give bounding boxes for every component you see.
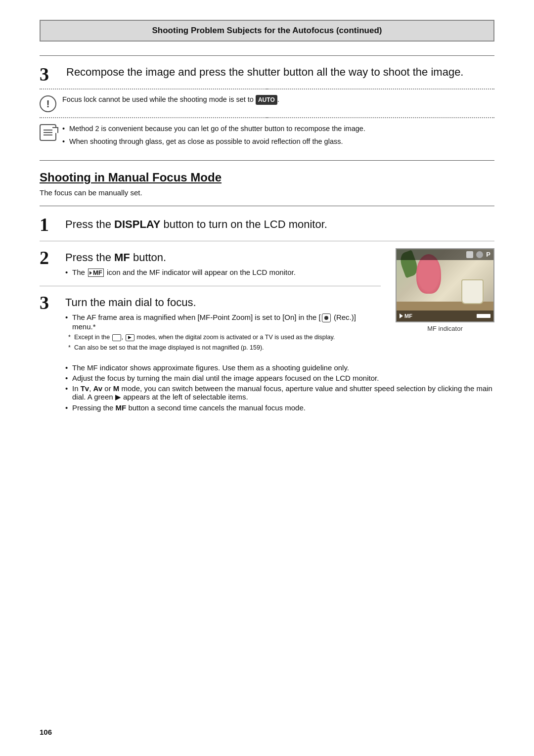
cam-botbar: MF — [397, 311, 493, 321]
mf-bullet-adjust: Adjust the focus by turning the main dia… — [65, 374, 494, 382]
mode-sq-icon-1 — [112, 334, 121, 341]
mf-bullet-tv-av: In Tv, Av or M mode, you can switch betw… — [65, 384, 494, 401]
cam-mug-shape — [461, 279, 484, 304]
memo-item-1: Method 2 is convenient because you can l… — [62, 123, 365, 134]
mf-step-3-bullets: The AF frame area is magnified when [MF-… — [65, 313, 381, 331]
notice-text: Focus lock cannot be used while the shoo… — [62, 94, 494, 105]
mf-step-2-left: 2 Press the MF button. The MF icon and t… — [40, 248, 381, 359]
mf-step-2-heading: Press the MF button. — [65, 250, 381, 265]
cam-arrow-icon — [400, 313, 403, 318]
cam-mf-text: MF — [404, 313, 412, 319]
dotted-separator-bottom — [40, 117, 494, 118]
mf-step-3-content: Turn the main dial to focus. The AF fram… — [65, 293, 381, 354]
mf-bullet-mfindicator: The MF indicator shows approximate figur… — [65, 363, 494, 372]
dotted-separator-top — [40, 89, 494, 89]
mf-step-num-2: 2 — [40, 248, 57, 267]
section-desc: The focus can be manually set. — [40, 188, 494, 197]
memo-icon — [40, 124, 56, 141]
mf-step-2-bullet-1: The MF icon and the MF indicator will ap… — [65, 268, 381, 277]
cam-icon-sq — [466, 251, 473, 258]
mf-step-1-heading: Press the DISPLAY button to turn on the … — [65, 217, 494, 232]
camera-lcd-image: P MF — [396, 248, 494, 322]
small-note-1: Except in the , ▶ modes, when the digita… — [65, 333, 381, 342]
rec-dot — [324, 316, 328, 320]
mf-step-2: 2 Press the MF button. The MF icon and t… — [40, 248, 381, 279]
small-note-2: Can also be set so that the image displa… — [65, 343, 381, 352]
rec-icon — [322, 313, 331, 322]
header-box: Shooting Problem Subjects for the Autofo… — [40, 20, 494, 42]
header-title: Shooting Problem Subjects for the Autofo… — [52, 26, 482, 36]
mf-bullet-cancel: Pressing the MF button a second time can… — [65, 403, 494, 412]
cam-p-label: P — [486, 251, 490, 258]
camera-image-container: P MF MF indicator — [396, 248, 494, 332]
mf-press-bold: MF — [116, 403, 127, 412]
mf-step-3-remaining-bullets: The MF indicator shows approximate figur… — [65, 363, 494, 412]
step-3-recompose: 3 Recompose the image and press the shut… — [40, 65, 494, 84]
mf-step-1-display-bold: DISPLAY — [114, 218, 160, 230]
mf-step-2-row: 2 Press the MF button. The MF icon and t… — [40, 248, 494, 359]
tv-bold: Tv — [81, 384, 89, 393]
mf-step-3: 3 Turn the main dial to focus. The AF fr… — [40, 293, 381, 354]
mf-step-num-1: 1 — [40, 215, 57, 234]
mf-bullet-mfpoint: The AF frame area is magnified when [MF-… — [65, 313, 381, 331]
memo-text: Method 2 is convenient because you can l… — [62, 123, 365, 149]
cam-mf-icon: MF — [400, 313, 412, 319]
memo-list: Method 2 is convenient because you can l… — [62, 123, 365, 147]
memo-item-2: When shooting through glass, get as clos… — [62, 136, 365, 147]
mf-step-1: 1 Press the DISPLAY button to turn on th… — [40, 215, 494, 234]
page-number: 106 — [40, 728, 52, 736]
notice-icon: ! — [40, 95, 56, 112]
auto-badge: AUTO — [256, 95, 277, 105]
mf-step-num-3: 3 — [40, 293, 57, 312]
mf-step-3-heading: Turn the main dial to focus. — [65, 295, 381, 310]
m-bold: M — [113, 384, 120, 393]
step-number-3-recompose: 3 — [40, 65, 57, 84]
av-bold: Av — [93, 384, 103, 393]
mf-bold-mf: MF — [114, 251, 130, 264]
section-heading: Shooting in Manual Focus Mode — [40, 171, 494, 184]
mf-step-2-content: Press the MF button. The MF icon and the… — [65, 248, 381, 279]
cam-mf-bar — [477, 314, 490, 318]
mf-step-2-bullets: The MF icon and the MF indicator will ap… — [65, 268, 381, 277]
mf-arrow-icon — [89, 271, 92, 275]
mf-inline-icon: MF — [88, 268, 104, 277]
cam-flower-shape — [416, 254, 441, 294]
cam-icon-circ — [476, 251, 483, 258]
step-3-heading: Recompose the image and press the shutte… — [66, 65, 494, 80]
mode-sq-icon-2: ▶ — [126, 334, 134, 341]
camera-image-inner: P MF — [397, 249, 493, 321]
mf-step-1-content: Press the DISPLAY button to turn on the … — [65, 215, 494, 234]
mf-indicator-label: MF indicator — [427, 325, 463, 332]
cam-topbar: P — [397, 249, 493, 260]
memo-block: Method 2 is convenient because you can l… — [40, 123, 494, 149]
notice-block: ! Focus lock cannot be used while the sh… — [40, 94, 494, 112]
